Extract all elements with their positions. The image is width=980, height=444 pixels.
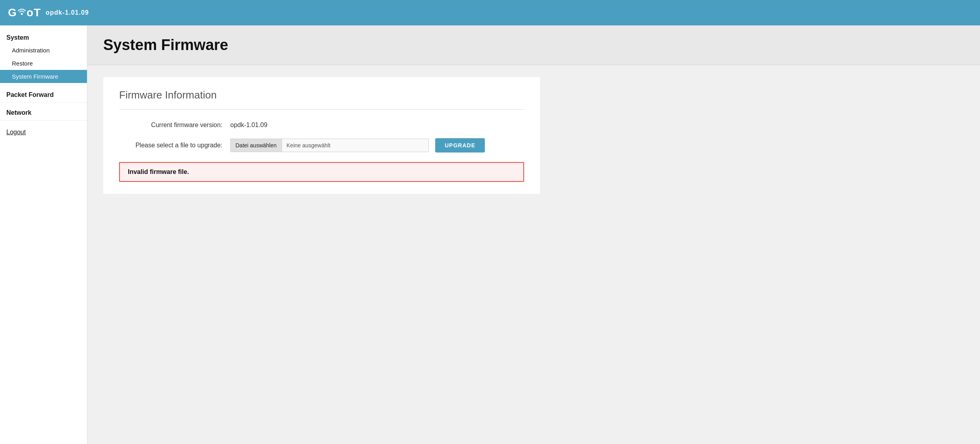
page-title-bar: System Firmware [87,25,980,65]
file-name-display: Keine ausgewählt [282,139,428,152]
file-choose-button[interactable]: Datei auswählen [231,139,282,152]
logo-g: G [8,6,17,19]
firmware-card: Firmware Information Current firmware ve… [103,77,540,194]
sidebar-divider-2 [0,102,87,103]
sidebar: System Administration Restore System Fir… [0,25,87,444]
header: G oT opdk-1.01.09 [0,0,980,25]
sidebar-divider-1 [0,85,87,85]
sidebar-item-restore[interactable]: Restore [0,57,87,70]
error-message: Invalid firmware file. [128,168,189,175]
firmware-version-label: Current firmware version: [119,122,230,129]
firmware-version-value: opdk-1.01.09 [230,122,267,129]
logo-iot-text: oT [27,6,41,19]
card-title: Firmware Information [119,89,524,101]
page-title: System Firmware [103,37,964,54]
sidebar-item-administration[interactable]: Administration [0,44,87,57]
logo-iot: oT [17,6,41,19]
wifi-icon [17,7,26,16]
header-version: opdk-1.01.09 [46,9,89,16]
error-box: Invalid firmware file. [119,162,524,182]
sidebar-item-network[interactable]: Network [0,104,87,119]
card-divider [119,109,524,110]
svg-point-0 [21,13,23,15]
file-select-label: Please select a file to upgrade: [119,142,230,149]
sidebar-item-system-firmware[interactable]: System Firmware [0,70,87,83]
sidebar-item-packet-forward[interactable]: Packet Forward [0,87,87,101]
file-input-wrapper: Datei auswählen Keine ausgewählt [230,139,429,152]
sidebar-group-system[interactable]: System [0,29,87,44]
upgrade-button[interactable]: UPGRADE [435,138,485,153]
file-input-area: Datei auswählen Keine ausgewählt UPGRADE [230,138,524,153]
firmware-version-row: Current firmware version: opdk-1.01.09 [119,122,524,129]
file-select-row: Please select a file to upgrade: Datei a… [119,138,524,153]
main-content: System Firmware Firmware Information Cur… [87,25,980,444]
sidebar-divider-3 [0,120,87,121]
content-area: Firmware Information Current firmware ve… [87,65,980,206]
logo: G oT opdk-1.01.09 [8,6,89,19]
sidebar-logout[interactable]: Logout [0,124,87,141]
layout: System Administration Restore System Fir… [0,25,980,444]
